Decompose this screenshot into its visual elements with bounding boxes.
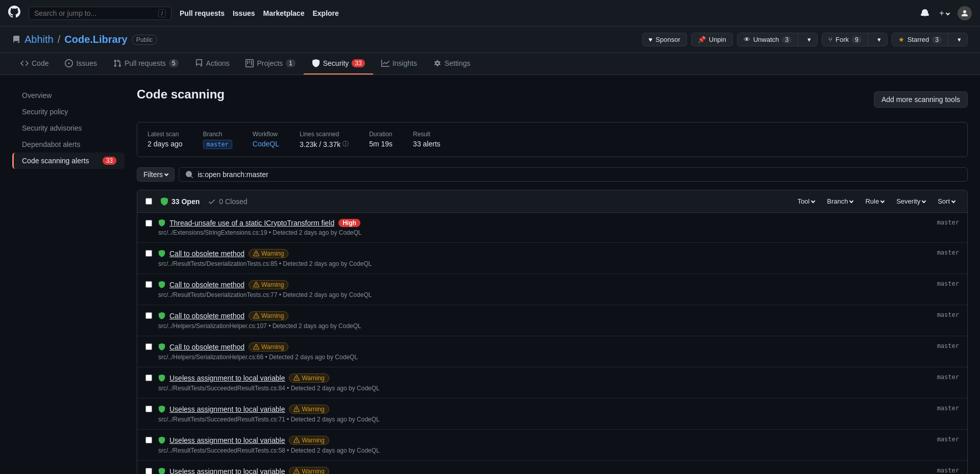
repo-owner[interactable]: Abhith	[24, 34, 54, 45]
sidebar-item-security-advisories[interactable]: Security advisories	[12, 120, 125, 136]
severity-sort-button[interactable]: Severity	[892, 195, 929, 207]
alert-title-link[interactable]: Call to obsolete method	[169, 343, 244, 351]
alert-title-link[interactable]: Thread-unsafe use of a static ICryptoTra…	[169, 219, 334, 227]
sidebar-item-overview[interactable]: Overview	[12, 87, 125, 104]
table-row: Useless assignment to local variable War…	[137, 461, 967, 474]
tab-issues-label: Issues	[76, 59, 96, 67]
star-button[interactable]: ★ Starred 3	[892, 33, 948, 46]
warning-icon	[253, 251, 259, 257]
chevron-down-icon	[849, 198, 853, 203]
repo-header: Abhith / Code.Library Public ♥ Sponsor 📌…	[0, 27, 980, 53]
sidebar-item-code-scanning-alerts[interactable]: Code scanning alerts 33	[12, 153, 125, 169]
scan-info-workflow: Workflow CodeQL	[253, 131, 279, 148]
create-button[interactable]: +	[937, 7, 951, 20]
alert-content: Useless assignment to local variable War…	[158, 405, 931, 423]
closed-count-label: 0 Closed	[219, 197, 247, 206]
unwatch-button[interactable]: 👁 Unwatch 3	[738, 33, 798, 46]
alert-checkbox[interactable]	[145, 312, 152, 319]
tab-security-badge: 33	[352, 59, 364, 67]
alert-title-link[interactable]: Useless assignment to local variable	[169, 467, 285, 474]
alert-checkbox[interactable]	[145, 250, 152, 257]
scan-info-lines: Lines scanned 3.23k / 3.37k ⓘ	[300, 131, 349, 148]
top-nav-right: +	[919, 6, 972, 20]
shield-icon	[158, 343, 165, 351]
sidebar-item-dependabot-alerts[interactable]: Dependabot alerts	[12, 136, 125, 153]
actions-icon	[195, 59, 203, 67]
add-scanning-tools-button[interactable]: Add more scanning tools	[874, 91, 968, 108]
branch-label: Branch	[827, 197, 848, 205]
tab-insights[interactable]: Insights	[373, 53, 425, 74]
tool-sort-button[interactable]: Tool	[793, 195, 819, 207]
severity-label: Severity	[896, 197, 920, 205]
alert-checkbox[interactable]	[145, 343, 152, 350]
alert-title-link[interactable]: Useless assignment to local variable	[169, 405, 285, 413]
alert-title-link[interactable]: Useless assignment to local variable	[169, 374, 285, 382]
repo-title: Abhith / Code.Library Public	[12, 34, 157, 45]
tab-security[interactable]: Security 33	[304, 53, 373, 74]
sort-button[interactable]: Sort	[934, 195, 959, 207]
search-box[interactable]: /	[29, 7, 172, 20]
tab-pr-badge: 5	[169, 59, 179, 67]
alert-checkbox[interactable]	[145, 220, 152, 227]
alert-title-link[interactable]: Useless assignment to local variable	[169, 436, 285, 444]
tab-settings[interactable]: Settings	[425, 53, 479, 74]
scan-info-latest: Latest scan 2 days ago	[148, 131, 183, 148]
alert-checkbox[interactable]	[145, 281, 152, 288]
github-logo[interactable]	[8, 6, 20, 21]
severity-badge: Warning	[289, 436, 329, 445]
sidebar-item-security-policy[interactable]: Security policy	[12, 104, 125, 120]
rule-sort-button[interactable]: Rule	[861, 195, 888, 207]
filters-button[interactable]: Filters	[137, 167, 175, 182]
alert-content: Thread-unsafe use of a static ICryptoTra…	[158, 219, 931, 236]
search-filter[interactable]	[179, 167, 968, 182]
tab-issues[interactable]: Issues	[57, 53, 105, 74]
shield-icon	[158, 468, 165, 474]
shield-icon	[158, 219, 165, 227]
search-input[interactable]	[34, 9, 154, 17]
alert-title-link[interactable]: Call to obsolete method	[169, 312, 244, 320]
workflow-value[interactable]: CodeQL	[253, 140, 279, 148]
tab-pull-requests[interactable]: Pull requests 5	[105, 53, 187, 74]
alert-title-link[interactable]: Call to obsolete method	[169, 281, 244, 289]
branch-sort-button[interactable]: Branch	[823, 195, 857, 207]
tab-projects[interactable]: Projects 1	[237, 53, 303, 74]
warning-icon	[293, 468, 300, 474]
fork-btn-group: ⑂ Fork 9 ▾	[822, 33, 888, 46]
code-scanning-alerts-badge: 33	[103, 157, 116, 165]
branch-value[interactable]: master	[203, 140, 232, 149]
tab-actions[interactable]: Actions	[187, 53, 238, 74]
result-value: 33 alerts	[413, 140, 440, 148]
alert-checkbox[interactable]	[145, 375, 152, 381]
tab-code[interactable]: Code	[12, 53, 57, 74]
closed-count[interactable]: 0 Closed	[208, 197, 247, 206]
unpin-button[interactable]: 📌 Unpin	[691, 33, 733, 46]
alert-title: Thread-unsafe use of a static ICryptoTra…	[158, 219, 931, 227]
sidebar-item-security-policy-label: Security policy	[22, 108, 68, 116]
alert-checkbox[interactable]	[145, 406, 152, 412]
alert-branch-tag: master	[937, 311, 959, 318]
info-icon[interactable]: ⓘ	[342, 140, 349, 148]
select-all-checkbox[interactable]	[145, 198, 152, 205]
alert-title-link[interactable]: Call to obsolete method	[169, 250, 244, 258]
notifications-button[interactable]	[919, 6, 931, 20]
nav-issues[interactable]: Issues	[233, 9, 255, 17]
fork-dropdown[interactable]: ▾	[871, 33, 887, 46]
alert-title: Useless assignment to local variable War…	[158, 373, 931, 383]
filter-search-input[interactable]	[198, 170, 961, 179]
repo-name[interactable]: Code.Library	[64, 34, 127, 45]
nav-explore[interactable]: Explore	[312, 9, 338, 17]
star-dropdown[interactable]: ▾	[951, 33, 967, 46]
alert-checkbox[interactable]	[145, 437, 152, 443]
sponsor-button[interactable]: ♥ Sponsor	[642, 33, 687, 46]
nav-marketplace[interactable]: Marketplace	[263, 9, 305, 17]
unwatch-dropdown[interactable]: ▾	[801, 33, 817, 46]
unpin-label: Unpin	[709, 36, 726, 43]
avatar[interactable]	[958, 6, 972, 20]
nav-pull-requests[interactable]: Pull requests	[180, 9, 225, 17]
shield-check-icon	[160, 197, 168, 206]
severity-badge: Warning	[249, 249, 288, 258]
fork-button[interactable]: ⑂ Fork 9	[822, 33, 868, 46]
latest-scan-label: Latest scan	[148, 131, 183, 138]
sidebar-item-overview-label: Overview	[22, 91, 52, 99]
alert-checkbox[interactable]	[145, 468, 152, 474]
